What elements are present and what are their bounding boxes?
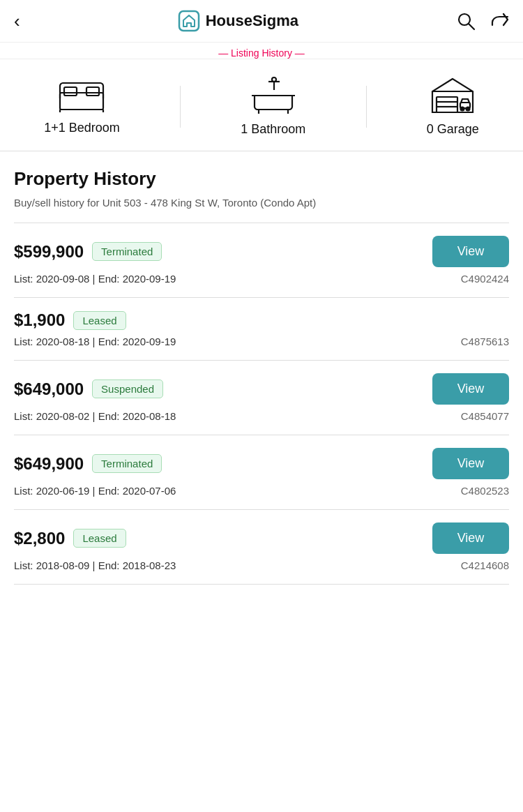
svg-point-17 bbox=[461, 107, 464, 111]
entry-row-top: $2,800 Leased View bbox=[14, 522, 509, 554]
entry-left: $649,900 Terminated bbox=[14, 454, 432, 474]
history-title: Property History bbox=[14, 168, 509, 190]
entry-row-bottom: List: 2020-06-19 | End: 2020-07-06 C4802… bbox=[14, 485, 509, 497]
property-features: 1+1 Bedroom 1 Bathroom bbox=[0, 59, 523, 151]
svg-point-9 bbox=[272, 77, 276, 82]
entry-row-top: $649,900 Terminated View bbox=[14, 448, 509, 479]
entry-row-bottom: List: 2020-09-08 | End: 2020-09-19 C4902… bbox=[14, 273, 509, 285]
view-button[interactable]: View bbox=[432, 522, 509, 554]
entry-row-top: $649,000 Suspended View bbox=[14, 373, 509, 405]
garage-feature: 0 Garage bbox=[427, 76, 479, 137]
top-banner: — Listing History — bbox=[0, 43, 523, 59]
entry-code: C4875613 bbox=[461, 336, 509, 347]
history-entry: $599,900 Terminated View List: 2020-09-0… bbox=[14, 223, 509, 298]
svg-rect-5 bbox=[86, 87, 99, 96]
entry-row-top: $599,900 Terminated View bbox=[14, 236, 509, 267]
history-entry: $649,900 Terminated View List: 2020-06-1… bbox=[14, 435, 509, 510]
entry-dates: List: 2020-06-19 | End: 2020-07-06 bbox=[14, 485, 176, 497]
bedroom-icon bbox=[57, 77, 106, 114]
svg-rect-4 bbox=[64, 87, 77, 96]
bathroom-icon bbox=[249, 76, 298, 115]
svg-point-18 bbox=[467, 107, 470, 111]
entry-code: C4214608 bbox=[461, 559, 509, 571]
history-entry: $649,000 Suspended View List: 2020-08-02… bbox=[14, 361, 509, 435]
status-badge: Terminated bbox=[92, 242, 162, 261]
app-logo: HouseSigma bbox=[178, 10, 298, 32]
history-entry: $1,900 Leased List: 2020-08-18 | End: 20… bbox=[14, 298, 509, 361]
svg-point-1 bbox=[459, 14, 470, 25]
svg-rect-0 bbox=[179, 11, 199, 31]
status-badge: Terminated bbox=[92, 454, 162, 473]
history-entry: $2,800 Leased View List: 2018-08-09 | En… bbox=[14, 510, 509, 585]
entry-price: $2,800 bbox=[14, 529, 65, 548]
view-button[interactable]: View bbox=[432, 373, 509, 405]
garage-icon bbox=[428, 76, 477, 115]
share-button[interactable] bbox=[490, 11, 509, 31]
bedroom-feature: 1+1 Bedroom bbox=[44, 77, 120, 135]
entry-code: C4802523 bbox=[461, 485, 509, 497]
status-badge: Leased bbox=[73, 311, 126, 330]
entry-left: $1,900 Leased bbox=[14, 310, 432, 330]
entry-price: $649,900 bbox=[14, 454, 84, 474]
entry-price: $649,000 bbox=[14, 379, 84, 399]
banner-text: — Listing History — bbox=[218, 47, 305, 59]
view-button[interactable]: View bbox=[432, 448, 509, 479]
status-badge: Suspended bbox=[92, 379, 163, 398]
entry-code: C4902424 bbox=[461, 273, 509, 285]
entry-dates: List: 2018-08-09 | End: 2018-08-23 bbox=[14, 559, 176, 571]
housesigma-logo-icon bbox=[178, 10, 200, 32]
entry-price: $599,900 bbox=[14, 242, 84, 262]
back-button[interactable]: ‹ bbox=[14, 10, 20, 32]
svg-rect-13 bbox=[437, 97, 457, 112]
app-title: HouseSigma bbox=[206, 12, 298, 30]
app-header: ‹ HouseSigma bbox=[0, 0, 523, 43]
entry-row-bottom: List: 2018-08-09 | End: 2018-08-23 C4214… bbox=[14, 559, 509, 571]
svg-line-2 bbox=[469, 24, 475, 30]
divider-1 bbox=[180, 86, 181, 128]
entry-code: C4854077 bbox=[461, 410, 509, 422]
entry-left: $649,000 Suspended bbox=[14, 379, 432, 399]
entry-dates: List: 2020-09-08 | End: 2020-09-19 bbox=[14, 273, 176, 285]
history-list: $599,900 Terminated View List: 2020-09-0… bbox=[14, 223, 509, 585]
garage-label: 0 Garage bbox=[427, 122, 479, 137]
bathroom-label: 1 Bathroom bbox=[241, 122, 305, 137]
view-button[interactable]: View bbox=[432, 236, 509, 267]
status-badge: Leased bbox=[73, 529, 126, 548]
history-subtitle: Buy/sell history for Unit 503 - 478 King… bbox=[14, 195, 509, 210]
entry-row-bottom: List: 2020-08-02 | End: 2020-08-18 C4854… bbox=[14, 410, 509, 422]
entry-price: $1,900 bbox=[14, 310, 65, 330]
search-button[interactable] bbox=[456, 11, 476, 31]
entry-left: $599,900 Terminated bbox=[14, 242, 432, 262]
property-history-section: Property History Buy/sell history for Un… bbox=[0, 151, 523, 585]
entry-dates: List: 2020-08-18 | End: 2020-09-19 bbox=[14, 336, 176, 347]
entry-dates: List: 2020-08-02 | End: 2020-08-18 bbox=[14, 410, 176, 422]
search-icon bbox=[456, 11, 476, 31]
share-icon bbox=[490, 11, 509, 31]
entry-left: $2,800 Leased bbox=[14, 529, 432, 548]
entry-row-top: $1,900 Leased bbox=[14, 310, 509, 330]
header-actions bbox=[456, 11, 509, 31]
bedroom-label: 1+1 Bedroom bbox=[44, 121, 120, 135]
entry-row-bottom: List: 2020-08-18 | End: 2020-09-19 C4875… bbox=[14, 336, 509, 347]
bathroom-feature: 1 Bathroom bbox=[241, 76, 305, 137]
divider-2 bbox=[366, 86, 367, 128]
